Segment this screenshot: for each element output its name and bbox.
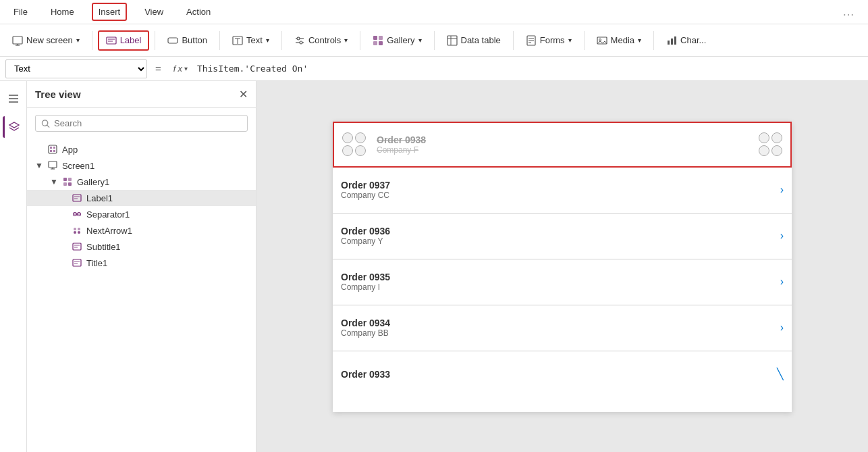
gallery-chevron-icon: ▾ — [418, 36, 422, 44]
forms-button[interactable]: Forms ▾ — [519, 32, 578, 49]
svg-rect-16 — [373, 41, 377, 45]
svg-rect-41 — [49, 161, 57, 168]
svg-rect-6 — [168, 38, 178, 43]
svg-rect-14 — [373, 36, 377, 40]
svg-point-26 — [599, 39, 601, 41]
tree-item-screen1[interactable]: ▼ Screen1 — [27, 157, 256, 174]
toolbar-separator-3 — [219, 31, 220, 50]
separator-tree-icon — [72, 209, 82, 220]
new-screen-button[interactable]: New screen ▾ — [5, 32, 86, 49]
gallery-label: Gallery — [387, 35, 414, 45]
formula-input[interactable] — [197, 64, 863, 74]
text-button[interactable]: Text ▾ — [225, 32, 276, 49]
formula-bar: Text = f x ▾ — [0, 57, 868, 81]
gallery-item-2-arrow: › — [780, 184, 784, 196]
svg-rect-37 — [50, 147, 52, 149]
screen-icon — [47, 160, 58, 171]
media-chevron-icon: ▾ — [638, 36, 641, 44]
gallery-button[interactable]: Gallery ▾ — [366, 32, 428, 49]
gallery1-label: Gallery1 — [77, 177, 109, 187]
menu-action[interactable]: Action — [181, 4, 216, 20]
tree-item-subtitle1[interactable]: Subtitle1 — [27, 238, 256, 255]
svg-point-57 — [78, 231, 80, 234]
button-button[interactable]: Button — [161, 32, 214, 49]
svg-point-13 — [300, 41, 302, 44]
layers-button[interactable] — [3, 116, 24, 138]
tree-item-label1[interactable]: Label1 — [27, 190, 256, 206]
svg-rect-17 — [379, 41, 383, 45]
data-table-label: Data table — [461, 35, 501, 45]
menu-home[interactable]: Home — [45, 4, 80, 20]
gallery-item-4-subtitle: Company I — [341, 282, 780, 292]
more-options: … — [842, 5, 860, 19]
gallery-item-2[interactable]: Order 0937 Company CC › — [333, 168, 792, 214]
left-icon-bar — [0, 81, 27, 452]
fx-x-label: x — [178, 64, 182, 74]
gallery-item-5-content: Order 0934 Company BB — [341, 318, 780, 338]
gallery-item-6[interactable]: Order 0933 ╲ — [333, 351, 792, 397]
chart-button[interactable]: Char... — [659, 32, 713, 49]
gallery1-chevron-icon: ▼ — [50, 177, 58, 186]
tree-item-separator1[interactable]: Separator1 — [27, 206, 256, 222]
tree-item-app[interactable]: App — [27, 141, 256, 157]
gallery-item-2-subtitle: Company CC — [341, 191, 780, 200]
label-tree-icon — [72, 193, 82, 203]
svg-rect-48 — [73, 195, 81, 201]
controls-button[interactable]: Controls ▾ — [288, 32, 354, 49]
gallery-item-3-title: Order 0936 — [341, 226, 780, 236]
svg-marker-33 — [9, 122, 19, 128]
property-select[interactable]: Text — [5, 59, 147, 78]
button-label: Button — [182, 35, 207, 45]
tree-item-title1[interactable]: Title1 — [27, 255, 256, 271]
screen1-chevron-icon: ▼ — [35, 161, 43, 170]
search-box[interactable] — [35, 115, 248, 132]
svg-rect-58 — [73, 243, 81, 250]
hamburger-menu-button[interactable] — [3, 88, 24, 109]
toolbar-separator-2 — [155, 31, 155, 50]
svg-rect-0 — [13, 36, 22, 44]
main-layout: Tree view ✕ — [0, 81, 868, 452]
svg-rect-28 — [671, 39, 673, 45]
tree-item-nextarrow1[interactable]: NextArrow1 — [27, 222, 256, 238]
svg-rect-61 — [73, 259, 81, 266]
gallery-item-5[interactable]: Order 0934 Company BB › — [333, 305, 792, 351]
gallery-item-3-arrow: › — [780, 230, 784, 242]
gallery-item-1-title: Order 0938 — [377, 134, 759, 145]
formula-fx[interactable]: f x ▾ — [169, 64, 192, 74]
gallery-item-5-arrow: › — [780, 322, 784, 334]
new-screen-label: New screen — [26, 35, 73, 45]
toolbar-separator-6 — [434, 31, 435, 50]
new-screen-chevron-icon: ▾ — [76, 36, 80, 44]
nextarrow1-label: NextArrow1 — [86, 226, 132, 236]
gallery-item-4[interactable]: Order 0935 Company I › — [333, 259, 792, 305]
svg-rect-44 — [63, 178, 67, 181]
menu-insert[interactable]: Insert — [92, 3, 128, 21]
gallery-tree-icon — [62, 176, 73, 187]
gallery-icon — [373, 35, 383, 46]
label-button[interactable]: Label — [98, 30, 150, 51]
canvas-area: Order 0938 Company F Order 0937 — [256, 81, 868, 452]
app-preview: Order 0938 Company F Order 0937 — [333, 122, 792, 412]
forms-icon — [526, 35, 537, 46]
svg-point-55 — [78, 228, 80, 230]
tree-items: App ▼ Screen1 ▼ — [27, 139, 256, 452]
circles-overlay — [342, 132, 366, 156]
media-label: Media — [611, 35, 634, 45]
svg-point-12 — [297, 37, 300, 40]
gallery-item-4-content: Order 0935 Company I — [341, 272, 780, 292]
tree-close-button[interactable]: ✕ — [239, 88, 248, 101]
svg-rect-45 — [68, 178, 72, 181]
toolbar-separator-5 — [360, 31, 360, 50]
search-input[interactable] — [54, 118, 242, 128]
tree-panel: Tree view ✕ — [27, 81, 256, 452]
data-table-button[interactable]: Data table — [440, 32, 508, 49]
gallery-item-3[interactable]: Order 0936 Company Y › — [333, 214, 792, 259]
menu-view[interactable]: View — [139, 4, 169, 20]
media-button[interactable]: Media ▾ — [590, 32, 648, 49]
menu-file[interactable]: File — [8, 4, 33, 20]
svg-rect-18 — [447, 36, 457, 45]
svg-rect-47 — [68, 182, 72, 186]
gallery-item-1[interactable]: Order 0938 Company F — [333, 122, 792, 168]
tree-item-gallery1[interactable]: ▼ Gallery1 — [27, 174, 256, 190]
controls-icon — [294, 35, 305, 46]
